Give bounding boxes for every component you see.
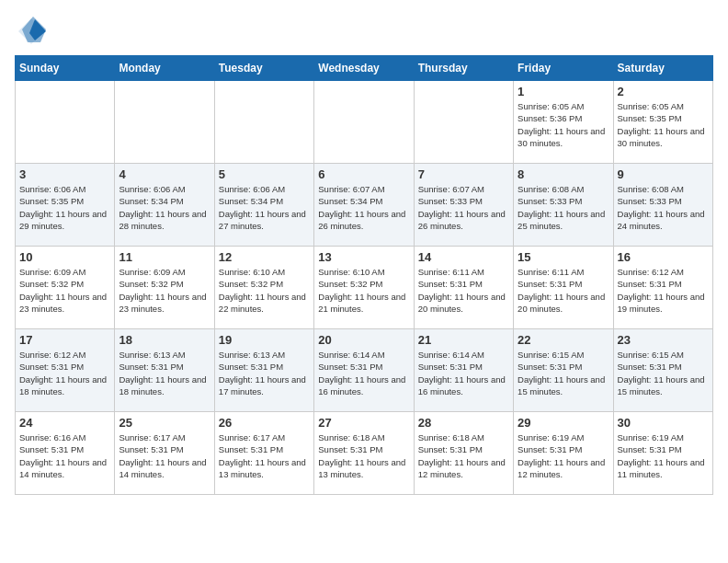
day-info: Sunrise: 6:08 AM Sunset: 5:33 PM Dayligh…	[518, 183, 609, 232]
day-info: Sunrise: 6:07 AM Sunset: 5:34 PM Dayligh…	[318, 183, 409, 232]
calendar-cell	[414, 81, 513, 164]
page-header	[15, 15, 713, 48]
day-info: Sunrise: 6:15 AM Sunset: 5:31 PM Dayligh…	[518, 349, 609, 397]
day-number: 2	[618, 85, 709, 98]
calendar-cell: 27Sunrise: 6:18 AM Sunset: 5:31 PM Dayli…	[314, 412, 414, 495]
day-info: Sunrise: 6:09 AM Sunset: 5:32 PM Dayligh…	[19, 266, 110, 315]
header-friday: Friday	[514, 56, 613, 81]
calendar-cell: 20Sunrise: 6:14 AM Sunset: 5:31 PM Dayli…	[314, 329, 414, 412]
day-info: Sunrise: 6:11 AM Sunset: 5:31 PM Dayligh…	[518, 266, 609, 315]
day-info: Sunrise: 6:06 AM Sunset: 5:34 PM Dayligh…	[219, 183, 310, 232]
calendar-cell	[214, 81, 313, 164]
calendar-cell: 10Sunrise: 6:09 AM Sunset: 5:32 PM Dayli…	[16, 247, 115, 329]
day-number: 19	[219, 333, 310, 347]
calendar-cell: 5Sunrise: 6:06 AM Sunset: 5:34 PM Daylig…	[214, 164, 313, 247]
day-number: 15	[518, 250, 609, 264]
day-info: Sunrise: 6:10 AM Sunset: 5:32 PM Dayligh…	[219, 266, 310, 315]
day-number: 11	[119, 250, 210, 264]
day-number: 22	[518, 333, 609, 347]
day-number: 26	[219, 416, 310, 430]
week-row-2: 3Sunrise: 6:06 AM Sunset: 5:35 PM Daylig…	[16, 164, 713, 247]
day-number: 23	[618, 333, 709, 347]
day-number: 9	[618, 167, 709, 181]
day-number: 29	[518, 416, 609, 430]
day-info: Sunrise: 6:06 AM Sunset: 5:35 PM Dayligh…	[19, 183, 110, 232]
calendar-cell: 3Sunrise: 6:06 AM Sunset: 5:35 PM Daylig…	[16, 164, 115, 247]
day-info: Sunrise: 6:19 AM Sunset: 5:31 PM Dayligh…	[618, 431, 709, 480]
header-thursday: Thursday	[414, 56, 513, 81]
header-row: SundayMondayTuesdayWednesdayThursdayFrid…	[16, 56, 713, 81]
day-info: Sunrise: 6:07 AM Sunset: 5:33 PM Dayligh…	[418, 183, 509, 232]
calendar-cell: 29Sunrise: 6:19 AM Sunset: 5:31 PM Dayli…	[514, 412, 613, 495]
day-info: Sunrise: 6:17 AM Sunset: 5:31 PM Dayligh…	[219, 431, 310, 480]
calendar-cell: 9Sunrise: 6:08 AM Sunset: 5:33 PM Daylig…	[613, 164, 712, 247]
day-number: 14	[418, 250, 509, 264]
day-info: Sunrise: 6:15 AM Sunset: 5:31 PM Dayligh…	[618, 349, 709, 397]
day-number: 18	[119, 333, 210, 347]
day-info: Sunrise: 6:06 AM Sunset: 5:34 PM Dayligh…	[119, 183, 210, 232]
calendar-cell: 14Sunrise: 6:11 AM Sunset: 5:31 PM Dayli…	[414, 247, 513, 329]
header-monday: Monday	[115, 56, 214, 81]
day-info: Sunrise: 6:05 AM Sunset: 5:35 PM Dayligh…	[618, 100, 709, 149]
day-number: 5	[219, 167, 310, 181]
day-number: 1	[518, 85, 609, 98]
day-number: 10	[19, 250, 110, 264]
day-info: Sunrise: 6:11 AM Sunset: 5:31 PM Dayligh…	[418, 266, 509, 315]
day-info: Sunrise: 6:17 AM Sunset: 5:31 PM Dayligh…	[119, 431, 210, 480]
calendar-cell: 23Sunrise: 6:15 AM Sunset: 5:31 PM Dayli…	[613, 329, 712, 412]
calendar-table: SundayMondayTuesdayWednesdayThursdayFrid…	[15, 55, 713, 495]
calendar-cell	[16, 81, 115, 164]
day-info: Sunrise: 6:10 AM Sunset: 5:32 PM Dayligh…	[318, 266, 409, 315]
day-info: Sunrise: 6:18 AM Sunset: 5:31 PM Dayligh…	[318, 431, 409, 480]
day-number: 30	[618, 416, 709, 430]
calendar-cell: 22Sunrise: 6:15 AM Sunset: 5:31 PM Dayli…	[514, 329, 613, 412]
calendar-cell: 2Sunrise: 6:05 AM Sunset: 5:35 PM Daylig…	[613, 81, 712, 164]
header-saturday: Saturday	[613, 56, 712, 81]
calendar-cell: 8Sunrise: 6:08 AM Sunset: 5:33 PM Daylig…	[514, 164, 613, 247]
day-info: Sunrise: 6:13 AM Sunset: 5:31 PM Dayligh…	[119, 349, 210, 397]
day-info: Sunrise: 6:12 AM Sunset: 5:31 PM Dayligh…	[19, 349, 110, 397]
day-info: Sunrise: 6:09 AM Sunset: 5:32 PM Dayligh…	[119, 266, 210, 315]
day-info: Sunrise: 6:19 AM Sunset: 5:31 PM Dayligh…	[518, 431, 609, 480]
calendar-cell: 7Sunrise: 6:07 AM Sunset: 5:33 PM Daylig…	[414, 164, 513, 247]
day-info: Sunrise: 6:08 AM Sunset: 5:33 PM Dayligh…	[618, 183, 709, 232]
calendar-cell: 25Sunrise: 6:17 AM Sunset: 5:31 PM Dayli…	[115, 412, 214, 495]
day-number: 12	[219, 250, 310, 264]
day-number: 8	[518, 167, 609, 181]
day-info: Sunrise: 6:16 AM Sunset: 5:31 PM Dayligh…	[19, 431, 110, 480]
calendar-cell: 30Sunrise: 6:19 AM Sunset: 5:31 PM Dayli…	[613, 412, 712, 495]
day-number: 28	[418, 416, 509, 430]
calendar-cell: 15Sunrise: 6:11 AM Sunset: 5:31 PM Dayli…	[514, 247, 613, 329]
week-row-3: 10Sunrise: 6:09 AM Sunset: 5:32 PM Dayli…	[16, 247, 713, 329]
calendar-cell: 19Sunrise: 6:13 AM Sunset: 5:31 PM Dayli…	[214, 329, 313, 412]
week-row-5: 24Sunrise: 6:16 AM Sunset: 5:31 PM Dayli…	[16, 412, 713, 495]
day-info: Sunrise: 6:12 AM Sunset: 5:31 PM Dayligh…	[618, 266, 709, 315]
calendar-cell: 12Sunrise: 6:10 AM Sunset: 5:32 PM Dayli…	[214, 247, 313, 329]
logo-icon	[15, 15, 48, 48]
week-row-4: 17Sunrise: 6:12 AM Sunset: 5:31 PM Dayli…	[16, 329, 713, 412]
day-number: 6	[318, 167, 409, 181]
header-sunday: Sunday	[16, 56, 115, 81]
calendar-cell: 26Sunrise: 6:17 AM Sunset: 5:31 PM Dayli…	[214, 412, 313, 495]
day-number: 27	[318, 416, 409, 430]
day-number: 25	[119, 416, 210, 430]
day-info: Sunrise: 6:05 AM Sunset: 5:36 PM Dayligh…	[518, 100, 609, 149]
day-number: 17	[19, 333, 110, 347]
calendar-cell: 1Sunrise: 6:05 AM Sunset: 5:36 PM Daylig…	[514, 81, 613, 164]
logo	[15, 15, 53, 48]
calendar-cell: 24Sunrise: 6:16 AM Sunset: 5:31 PM Dayli…	[16, 412, 115, 495]
calendar-cell: 4Sunrise: 6:06 AM Sunset: 5:34 PM Daylig…	[115, 164, 214, 247]
day-number: 21	[418, 333, 509, 347]
calendar-header: SundayMondayTuesdayWednesdayThursdayFrid…	[16, 56, 713, 81]
day-number: 20	[318, 333, 409, 347]
calendar-cell: 13Sunrise: 6:10 AM Sunset: 5:32 PM Dayli…	[314, 247, 414, 329]
calendar-cell: 16Sunrise: 6:12 AM Sunset: 5:31 PM Dayli…	[613, 247, 712, 329]
calendar-cell: 21Sunrise: 6:14 AM Sunset: 5:31 PM Dayli…	[414, 329, 513, 412]
day-number: 4	[119, 167, 210, 181]
calendar-cell: 11Sunrise: 6:09 AM Sunset: 5:32 PM Dayli…	[115, 247, 214, 329]
calendar-cell: 17Sunrise: 6:12 AM Sunset: 5:31 PM Dayli…	[16, 329, 115, 412]
day-info: Sunrise: 6:18 AM Sunset: 5:31 PM Dayligh…	[418, 431, 509, 480]
calendar-cell	[115, 81, 214, 164]
day-number: 24	[19, 416, 110, 430]
day-info: Sunrise: 6:14 AM Sunset: 5:31 PM Dayligh…	[418, 349, 509, 397]
